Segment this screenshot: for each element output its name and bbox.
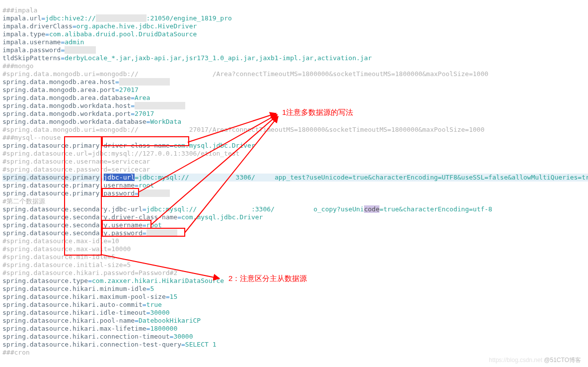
annotation-1: 1注意多数据源的写法 (282, 108, 353, 116)
watermark: https://blog.csdn.net @51CTO博客 (489, 356, 581, 364)
annotation-2: 2：注意区分主从数据源 (228, 275, 307, 282)
watermark-faint: https://blog.csdn.net (489, 357, 542, 364)
watermark-main: @51CTO博客 (544, 357, 581, 364)
code-block: ###impala impala.url=jdbc:hive2:// :2105… (2, 6, 588, 357)
